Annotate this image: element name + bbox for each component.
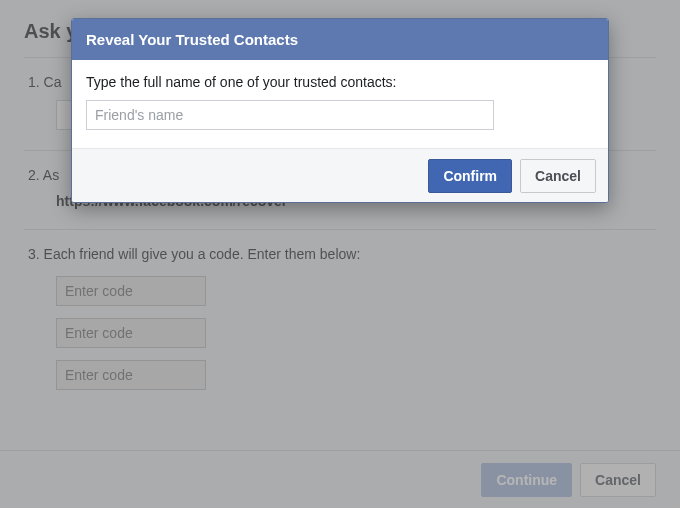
modal-prompt: Type the full name of one of your truste… [86, 74, 594, 90]
modal-overlay: Reveal Your Trusted Contacts Type the fu… [0, 0, 680, 508]
modal-title: Reveal Your Trusted Contacts [72, 19, 608, 60]
modal-cancel-button[interactable]: Cancel [520, 159, 596, 193]
modal-footer: Confirm Cancel [72, 148, 608, 202]
confirm-button[interactable]: Confirm [428, 159, 512, 193]
modal-body: Type the full name of one of your truste… [72, 60, 608, 148]
friend-name-input[interactable] [86, 100, 494, 130]
trusted-contacts-modal: Reveal Your Trusted Contacts Type the fu… [71, 18, 609, 203]
